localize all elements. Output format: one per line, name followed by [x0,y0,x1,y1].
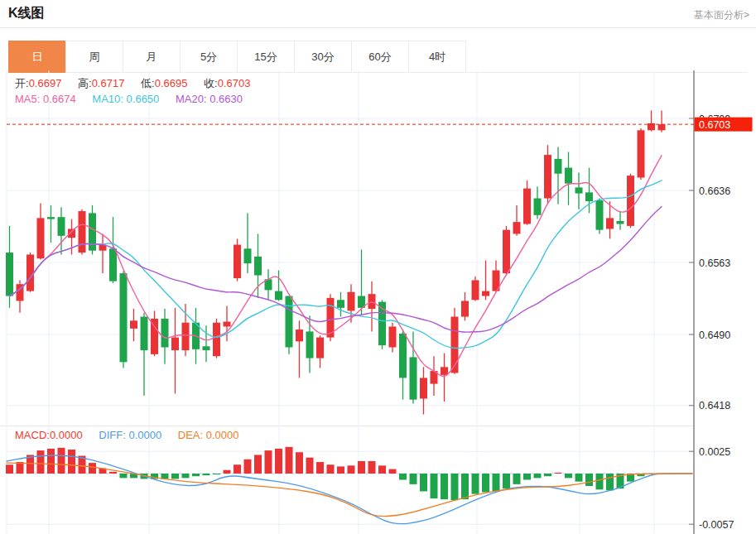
page-title: K线图 [8,5,45,22]
macd-bar [555,473,562,474]
ohlc-readout: 开:0.6697 高:0.6717 低:0.6695 收:0.6703 [15,77,263,89]
candle-up [461,301,469,316]
low-label: 低: [141,77,155,89]
macd-bar [399,474,407,480]
candle-down [555,159,562,174]
macd-bar [47,449,55,474]
macd-bar [182,474,190,478]
high-label: 高: [78,77,92,89]
tab-60min[interactable]: 60分 [351,41,409,73]
fundamental-analysis-link[interactable]: 基本面分析> [694,8,749,22]
macd-bar [461,474,469,499]
macd-bar [410,474,417,484]
macd-bar [565,474,572,478]
tab-month[interactable]: 月 [123,41,181,73]
macd-bar [472,474,479,494]
candle-up [544,155,551,198]
candle-up [441,367,448,375]
macd-bar [6,464,13,474]
macd-bar [544,474,551,476]
macd-bar [306,458,314,474]
candle-down [617,221,624,224]
candle-up [37,218,45,258]
macd-bar [296,452,303,474]
tab-day[interactable]: 日 [8,41,66,73]
dea-value: 0.0000 [206,429,239,441]
candle-down [275,291,282,301]
macd-bar [224,470,231,474]
macd-bar [120,474,128,478]
candle-down [203,346,210,350]
close-label: 收: [204,77,218,89]
candle-down [306,331,314,358]
macd-bar [275,449,282,474]
ma20-label: MA20: [176,93,207,105]
macd-bar [68,450,75,474]
candle-up [389,326,397,347]
tab-week[interactable]: 周 [65,41,123,73]
tab-15min[interactable]: 15分 [237,41,295,73]
candle-down [47,217,55,219]
open-label: 开: [15,77,29,89]
macd-value: 0.0000 [50,429,83,441]
candle-up [348,292,355,311]
candle-up [26,254,34,291]
macd-bar [89,463,96,474]
tab-4hour[interactable]: 4时 [408,41,466,73]
candle-down [575,187,583,193]
candlestick-macd-chart[interactable]: 0.67090.66360.65630.64900.64180.0025-0.0… [0,70,756,534]
candle-up [606,218,614,229]
macd-bar [575,474,583,482]
candle-up [316,338,324,358]
macd-bar [431,474,438,498]
ma10-label: MA10: [92,93,123,105]
open-value: 0.6697 [29,77,62,89]
diff-value: 0.0000 [128,429,161,441]
candle-up [503,230,510,273]
tab-30min[interactable]: 30分 [294,41,352,73]
macd-bar [523,474,531,480]
candle-up [79,211,86,253]
macd-bar [348,465,355,474]
candle-up [224,322,231,327]
tab-5min[interactable]: 5分 [180,41,238,73]
macd-bar [378,465,386,474]
ma-readout: MA5: 0.6674 MA10: 0.6650 MA20: 0.6630 [15,93,256,105]
macd-bar [286,447,293,474]
candle-up [523,189,531,224]
macd-bar [585,474,593,486]
ma5-value: 0.6674 [43,93,76,105]
macd-bar [234,464,241,474]
candle-down [596,200,604,230]
ma10-value: 0.6650 [127,93,160,105]
candle-up [658,124,666,130]
candle-up [171,338,179,350]
low-value: 0.6695 [155,77,188,89]
macd-bar [596,474,604,489]
macd-bar [37,450,45,474]
macd-bar [482,474,489,493]
candle-down [585,192,593,201]
candle-up [513,222,521,233]
kline-page: { "header": { "title": "K线图", "link_labe… [0,0,756,534]
candle-down [6,253,13,296]
ma5-label: MA5: [15,93,40,105]
candle-down [534,199,542,215]
candle-up [420,378,427,398]
ma10-line [10,180,662,349]
axis-tick-label: -0.0057 [699,519,734,531]
macd-readout: MACD:0.0000 DIFF: 0.0000 DEA: 0.0000 [15,429,253,441]
candle-up [151,319,158,354]
axis-tick-label: 0.6563 [699,257,730,269]
candle-down [337,300,344,308]
macd-bar [420,474,427,491]
macd-bar [109,472,117,474]
macd-label: MACD: [15,429,50,441]
candle-down [286,296,293,348]
current-price-badge-label: 0.6703 [699,119,730,131]
axis-tick-label: 0.6490 [699,330,730,341]
macd-bar [368,461,376,474]
macd-bar [337,466,344,474]
axis-tick-label: 0.6418 [699,400,730,411]
macd-bar [213,474,220,474]
